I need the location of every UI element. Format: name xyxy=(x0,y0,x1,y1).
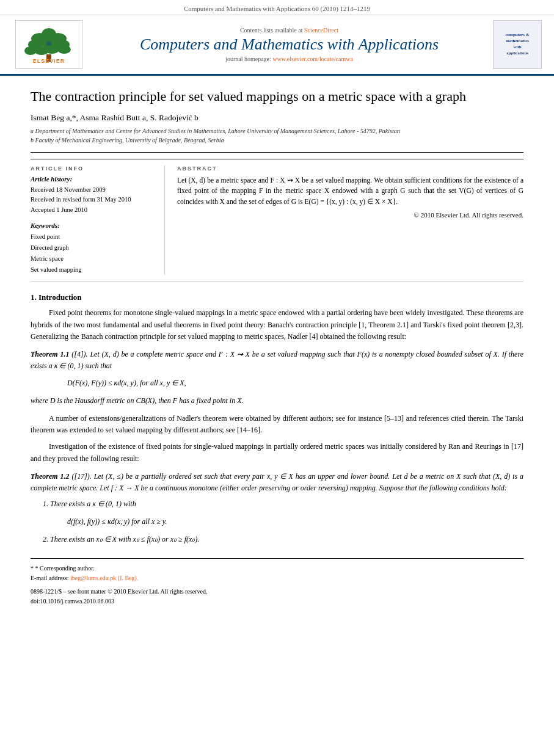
intro-paragraph-2: A number of extensions/generalizations o… xyxy=(31,413,523,436)
keyword-2: Directed graph xyxy=(31,242,155,253)
condition-1-math: d(f(x), f(y)) ≤ κd(x, y) for all x ≥ y. xyxy=(67,515,523,529)
svg-point-9 xyxy=(45,45,59,54)
keyword-3: Metric space xyxy=(31,253,155,264)
authors: Ismat Beg a,*, Asma Rashid Butt a, S. Ra… xyxy=(31,113,523,123)
sciencedirect-link[interactable]: ScienceDirect xyxy=(304,27,338,34)
accepted-date: Accepted 1 June 2010 xyxy=(31,205,155,216)
svg-point-10 xyxy=(57,45,71,54)
condition-2: 2. There exists an x₀ ∈ X with x₀ ≤ f(x₀… xyxy=(43,533,523,545)
abstract-text: Let (X, d) be a metric space and F : X ⇝… xyxy=(177,175,523,208)
article-abstract-section: ARTICLE INFO Article history: Received 1… xyxy=(31,159,523,282)
abstract-header: ABSTRACT xyxy=(177,165,523,172)
paper-title: The contraction principle for set valued… xyxy=(31,88,523,106)
page: Computers and Mathematics with Applicati… xyxy=(0,0,554,756)
affil-a: a Department of Mathematics and Centre f… xyxy=(31,126,523,136)
theorem-1-1-ref: ([4]). xyxy=(71,350,87,358)
intro-paragraph-3: Investigation of the existence of fixed … xyxy=(31,441,523,464)
intro-paragraph-1: Fixed point theorems for monotone single… xyxy=(31,307,523,343)
footer-issn: 0898-1221/$ – see front matter © 2010 El… xyxy=(31,587,523,597)
theorem-1-2-text: Let (X, ≤) be a partially ordered set su… xyxy=(31,472,523,492)
svg-text:ELSEVIER: ELSEVIER xyxy=(33,58,65,64)
journal-main-title: Computers and Mathematics with Applicati… xyxy=(92,35,487,54)
theorem-1-2-ref: ([17]). xyxy=(72,472,92,481)
keyword-1: Fixed point xyxy=(31,231,155,242)
section1-title: 1. Introduction xyxy=(31,293,523,302)
c2-num: 2. xyxy=(43,535,48,543)
abstract-column: ABSTRACT Let (X, d) be a metric space an… xyxy=(177,165,523,275)
svg-point-12 xyxy=(46,41,51,46)
c1-text: There exists a κ ∈ (0, 1) with xyxy=(50,500,136,508)
main-content: The contraction principle for set valued… xyxy=(0,76,554,619)
theorem-1-1-where: where D is the Hausdorff metric on CB(X)… xyxy=(31,395,523,407)
footer-doi: doi:10.1016/j.camwa.2010.06.003 xyxy=(31,597,523,606)
theorem-1-1-header: Theorem 1.1 ([4]). Let (X, d) be a compl… xyxy=(31,349,523,372)
journal-citation: Computers and Mathematics with Applicati… xyxy=(184,5,370,12)
elsevier-logo: ELSEVIER xyxy=(12,20,86,69)
theorem-1-2-header: Theorem 1.2 ([17]). Let (X, ≤) be a part… xyxy=(31,471,523,494)
theorem-1-1-label: Theorem 1.1 xyxy=(31,350,69,358)
journal-header: ELSEVIER Contents lists available at Sci… xyxy=(0,15,554,76)
theorem-1-1-text: Let (X, d) be a complete metric space an… xyxy=(31,350,523,370)
journal-thumbnail: computers & mathematics with application… xyxy=(493,20,542,69)
article-info-column: ARTICLE INFO Article history: Received 1… xyxy=(31,165,165,275)
article-info-header: ARTICLE INFO xyxy=(31,165,155,172)
article-history-label: Article history: xyxy=(31,175,155,183)
theorem-1-1-math: D(F(x), F(y)) ≤ κd(x, y), for all x, y ∈… xyxy=(67,377,523,390)
footnote-email-address[interactable]: ibeg@lums.edu.pk (I. Beg). xyxy=(70,575,138,581)
copyright-notice: © 2010 Elsevier Ltd. All rights reserved… xyxy=(177,211,523,219)
footnote-area: * * Corresponding author. E-mail address… xyxy=(31,558,523,606)
journal-homepage: journal homepage: www.elsevier.com/locat… xyxy=(92,56,487,62)
theorem-1-2-conditions: 1. There exists a κ ∈ (0, 1) with d(f(x)… xyxy=(43,498,523,545)
condition-1: 1. There exists a κ ∈ (0, 1) with xyxy=(43,498,523,510)
footnote-corresponding: * * Corresponding author. xyxy=(31,564,523,573)
contents-label: Contents lists available at xyxy=(240,27,302,34)
affiliations: a Department of Mathematics and Centre f… xyxy=(31,126,523,145)
affil-b: b Faculty of Mechanical Engineering, Uni… xyxy=(31,136,523,145)
keywords-label: Keywords: xyxy=(31,222,155,229)
theorem-1-2-label: Theorem 1.2 xyxy=(31,472,70,481)
journal-title-area: Contents lists available at ScienceDirec… xyxy=(86,27,493,62)
theorem-1-1: Theorem 1.1 ([4]). Let (X, d) be a compl… xyxy=(31,349,523,407)
elsevier-logo-img: ELSEVIER xyxy=(15,20,82,69)
received-date: Received 18 November 2009 xyxy=(31,185,155,195)
keyword-4: Set valued mapping xyxy=(31,264,155,275)
homepage-url[interactable]: www.elsevier.com/locate/camwa xyxy=(272,56,353,62)
footnote-email: E-mail address: ibeg@lums.edu.pk (I. Beg… xyxy=(31,573,523,583)
c1-num: 1. xyxy=(43,500,48,508)
c2-text: There exists an x₀ ∈ X with x₀ ≤ f(x₀) o… xyxy=(50,535,199,543)
revised-date: Received in revised form 31 May 2010 xyxy=(31,195,155,205)
divider-top xyxy=(31,152,523,153)
journal-top-bar: Computers and Mathematics with Applicati… xyxy=(0,0,554,15)
theorem-1-2: Theorem 1.2 ([17]). Let (X, ≤) be a part… xyxy=(31,471,523,546)
sciencedirect-line: Contents lists available at ScienceDirec… xyxy=(92,27,487,34)
